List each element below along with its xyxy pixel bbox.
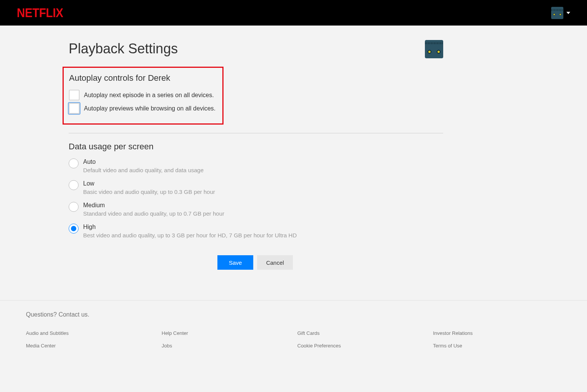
footer-link-cookie-preferences[interactable]: Cookie Preferences	[298, 343, 426, 349]
autoplay-next-episode-row[interactable]: Autoplay next episode in a series on all…	[69, 90, 217, 100]
footer: Questions? Contact us. Audio and Subtitl…	[0, 300, 587, 359]
footer-link-media-center[interactable]: Media Center	[26, 343, 154, 349]
radio-high-label: High	[83, 224, 297, 230]
profile-avatar	[425, 40, 443, 58]
data-usage-option-high[interactable]: High Best video and audio quality, up to…	[69, 224, 443, 238]
action-buttons: Save Cancel	[217, 255, 443, 270]
footer-links: Audio and Subtitles Help Center Gift Car…	[26, 330, 561, 349]
footer-link-jobs[interactable]: Jobs	[162, 343, 290, 349]
page-title: Playback Settings	[69, 41, 443, 57]
data-usage-option-auto[interactable]: Auto Default video and audio quality, an…	[69, 158, 443, 173]
main-content: Playback Settings Autoplay controls for …	[69, 26, 443, 270]
radio-auto[interactable]	[69, 158, 79, 168]
save-button[interactable]: Save	[217, 255, 253, 270]
avatar-icon	[551, 7, 563, 19]
data-usage-section-title: Data usage per screen	[69, 142, 443, 152]
top-bar: NETFLIX	[0, 0, 587, 26]
autoplay-section-title: Autoplay controls for Derek	[69, 73, 217, 83]
radio-high-desc: Best video and audio quality, up to 3 GB…	[83, 232, 297, 238]
netflix-logo[interactable]: NETFLIX	[17, 6, 63, 20]
radio-low-desc: Basic video and audio quality, up to 0.3…	[83, 189, 215, 195]
radio-medium-label: Medium	[83, 202, 224, 209]
chevron-down-icon	[566, 12, 570, 14]
data-usage-option-medium[interactable]: Medium Standard video and audio quality,…	[69, 202, 443, 217]
section-divider	[69, 133, 443, 133]
radio-medium[interactable]	[69, 202, 79, 212]
autoplay-previews-label: Autoplay previews while browsing on all …	[84, 105, 216, 112]
radio-medium-desc: Standard video and audio quality, up to …	[83, 210, 224, 217]
footer-link-investor-relations[interactable]: Investor Relations	[433, 330, 561, 336]
footer-questions[interactable]: Questions? Contact us.	[26, 311, 561, 318]
cancel-button[interactable]: Cancel	[257, 255, 293, 270]
footer-link-audio-subtitles[interactable]: Audio and Subtitles	[26, 330, 154, 336]
footer-link-help-center[interactable]: Help Center	[162, 330, 290, 336]
autoplay-section-highlight: Autoplay controls for Derek Autoplay nex…	[63, 67, 224, 125]
footer-link-terms-of-use[interactable]: Terms of Use	[433, 343, 561, 349]
profile-menu[interactable]	[551, 7, 570, 19]
radio-high[interactable]	[69, 224, 79, 234]
autoplay-previews-checkbox[interactable]	[69, 103, 79, 114]
data-usage-option-low[interactable]: Low Basic video and audio quality, up to…	[69, 180, 443, 195]
autoplay-next-episode-label: Autoplay next episode in a series on all…	[84, 92, 214, 99]
radio-auto-label: Auto	[83, 158, 204, 165]
autoplay-previews-row[interactable]: Autoplay previews while browsing on all …	[69, 103, 217, 114]
radio-auto-desc: Default video and audio quality, and dat…	[83, 167, 204, 173]
autoplay-next-episode-checkbox[interactable]	[69, 90, 79, 100]
footer-link-gift-cards[interactable]: Gift Cards	[298, 330, 426, 336]
radio-low[interactable]	[69, 180, 79, 190]
radio-low-label: Low	[83, 180, 215, 187]
